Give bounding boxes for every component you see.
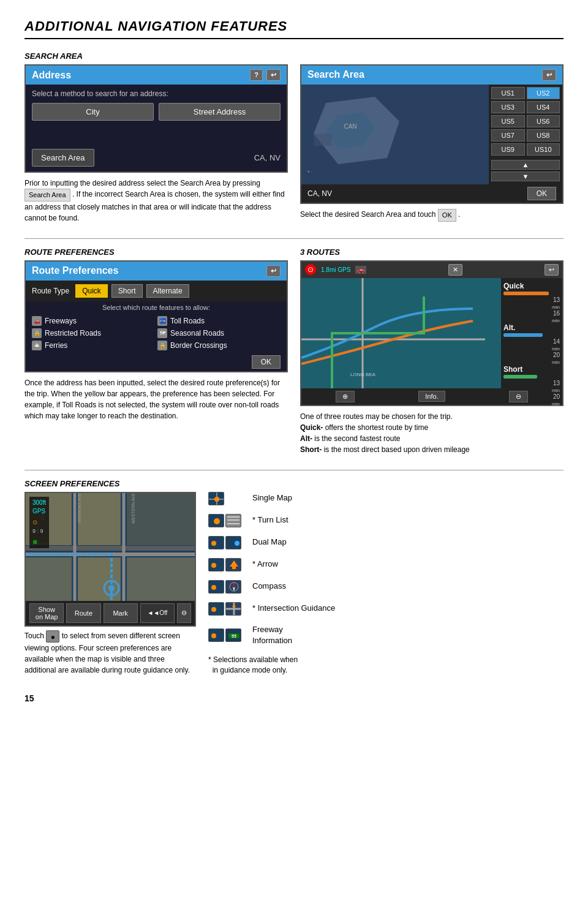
rp-ferries: ⛴ Ferries [32, 341, 155, 350]
compass-icon [225, 580, 241, 594]
screen-prefs-desc: Touch ● to select from seven different s… [24, 630, 196, 676]
hud-time: 9 : 9 [32, 528, 43, 534]
toll-label: Toll Roads [170, 317, 205, 325]
rp-short-btn[interactable]: Short [111, 284, 143, 298]
pref-single-map: Single Map [208, 492, 564, 505]
svg-point-44 [211, 585, 216, 590]
rp-subtitle: Select which route features to allow: [26, 301, 287, 314]
svg-point-36 [211, 541, 216, 546]
sa-opt-us1[interactable]: US1 [491, 87, 525, 99]
sa-opt-us4[interactable]: US4 [527, 101, 560, 113]
svg-rect-49 [209, 603, 224, 616]
address-subtitle: Select a method to search for an address… [32, 89, 281, 98]
svg-rect-39 [209, 559, 224, 571]
single-map-svg [209, 492, 224, 505]
arrow-label: * Arrow [252, 559, 278, 570]
address-header-icons: ? ↩ [250, 69, 281, 81]
route-quick-time: 13min [503, 296, 560, 310]
address-screen: Address ? ↩ Select a method to search fo… [24, 64, 288, 173]
routes-back-btn[interactable]: ✕ [448, 264, 462, 276]
turn-list-label: * Turn List [252, 515, 288, 526]
nav-minus-btn[interactable]: ⊖ [177, 603, 191, 623]
sa-scroll-btns: ▲ [491, 160, 560, 170]
rp-restricted: 🔒 Restricted Roads [32, 328, 155, 338]
address-screen-header: Address ? ↩ [26, 66, 287, 85]
search-area-screen: Search Area ↩ CAN ▪ · [300, 64, 564, 204]
mark-btn[interactable]: Mark [104, 603, 138, 623]
tl-line1 [227, 516, 239, 518]
sa-opt-us9[interactable]: US9 [491, 143, 525, 156]
street-address-btn[interactable]: Street Address [159, 103, 281, 121]
svg-rect-19 [127, 493, 195, 545]
city-btn[interactable]: City [32, 103, 154, 121]
routes-menu-btn[interactable]: ↩ [545, 264, 559, 276]
routes-desc: One of three routes may be chosen for th… [300, 411, 564, 455]
svg-rect-35 [209, 537, 224, 549]
sa-scroll-up[interactable]: ▲ [491, 160, 560, 170]
pref-dual-map: Dual Map [208, 536, 564, 549]
svg-text:LONG BEA: LONG BEA [350, 372, 376, 377]
routes-desc-intro: One of three routes may be chosen for th… [300, 412, 453, 421]
rp-back-btn[interactable]: ↩ [266, 265, 281, 277]
sa-opt-us7[interactable]: US7 [491, 129, 525, 141]
pref-arrow: * Arrow [208, 558, 564, 571]
sa-opt-us8[interactable]: US8 [527, 129, 560, 141]
sa-location: CA, NV [307, 189, 332, 198]
routes-map-container: LONG BEA Quick 13min 16min Alt. 14min 20 [301, 278, 562, 388]
rp-quick-btn[interactable]: Quick [75, 284, 108, 298]
tl-map-svg [209, 515, 224, 527]
off-btn[interactable]: ◄◄Off [140, 603, 175, 623]
sa-opt-us6[interactable]: US6 [527, 115, 560, 127]
freeways-icon: 🚗 [32, 316, 42, 326]
rp-desc: Once the address has been inputted, sele… [24, 377, 288, 421]
show-on-map-btn[interactable]: Show on Map [29, 603, 64, 623]
sa-ok-btn[interactable]: OK [527, 187, 556, 200]
sa-back-btn[interactable]: ↩ [542, 69, 556, 81]
rp-seasonal: 🗺 Seasonal Roads [157, 328, 281, 338]
route-opt-short: Short 13min 20min [503, 365, 560, 407]
search-area-label: SEARCH AREA [24, 51, 564, 61]
sa-opt-us5[interactable]: US5 [491, 115, 525, 127]
intersection-icon [225, 602, 241, 616]
intersection-map-icon [208, 602, 224, 616]
address-help-btn[interactable]: ? [250, 69, 263, 81]
routes-sidebar: Quick 13min 16min Alt. 14min 20min Short [501, 278, 562, 388]
dual-map-icon2 [225, 536, 241, 549]
compass-icon-pair [208, 580, 245, 594]
svg-text:VERMONT AVE: VERMONT AVE [77, 493, 81, 524]
single-map-icon-pair [208, 492, 245, 505]
nav-controls: Show on Map Route Mark ◄◄Off ⊖ [26, 601, 195, 625]
hud-gps: GPS [32, 507, 46, 516]
search-area-screen-col: Search Area ↩ CAN ▪ · [300, 64, 564, 230]
route-btn[interactable]: Route [66, 603, 100, 623]
svg-rect-55 [209, 629, 224, 642]
rp-freeways: 🚗 Freeways [32, 316, 155, 326]
selections-note: * Selections available when in guidance … [208, 655, 298, 676]
restricted-icon: 🔒 [32, 328, 42, 338]
freeway-icon-pair: 55 [208, 628, 245, 642]
hud-zoom-icon: ⊕ [32, 538, 46, 546]
route-opt-quick: Quick 13min 16min [503, 282, 560, 323]
sa-opt-us10[interactable]: US10 [527, 143, 560, 156]
hud-nav-icon: ⊙ [32, 519, 37, 526]
routes-map: LONG BEA [301, 278, 501, 388]
sa-opt-us3[interactable]: US3 [491, 101, 525, 113]
route-alt-label: Alt. [503, 323, 560, 332]
rp-alternate-btn[interactable]: Alternate [146, 284, 189, 298]
route-alt-time: 14min [503, 338, 560, 352]
sa-ok-inline: OK [438, 209, 456, 222]
address-back-btn[interactable]: ↩ [266, 69, 281, 81]
turn-list-list-icon [225, 514, 241, 527]
pref-note: * Selections available when in guidance … [208, 655, 564, 676]
routes-plus-btn[interactable]: ⊕ [336, 391, 355, 402]
search-area-btn[interactable]: Search Area [32, 149, 94, 167]
sa-opt-us2[interactable]: US2 [527, 87, 560, 99]
route-alt-time2: 20min [503, 352, 560, 365]
routes-short-text: is the most direct based upon driven mil… [322, 445, 469, 454]
rp-screen: Route Preferences ↩ Route Type Quick Sho… [24, 260, 288, 372]
dual-map-label: Dual Map [252, 537, 287, 548]
hud-distance: 300ft [32, 499, 46, 507]
rp-ok-btn[interactable]: OK [252, 355, 281, 369]
sa-scroll-down[interactable]: ▼ [491, 172, 560, 181]
routes-info-btn[interactable]: Info. [418, 391, 445, 402]
